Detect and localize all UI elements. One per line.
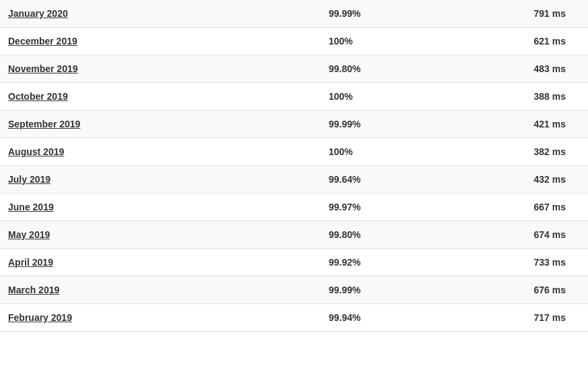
month-link[interactable]: August 2019	[8, 146, 64, 157]
uptime-value: 99.94%	[329, 312, 450, 323]
month-link[interactable]: October 2019	[8, 91, 68, 102]
response-time-value: 388 ms	[450, 91, 571, 102]
month-link[interactable]: January 2020	[8, 8, 68, 19]
table-row: July 201999.64%432 ms	[0, 166, 588, 194]
table-row: May 201999.80%674 ms	[0, 221, 588, 249]
uptime-value: 99.80%	[329, 229, 450, 240]
table-row: March 201999.99%676 ms	[0, 276, 588, 304]
table-row: April 201999.92%733 ms	[0, 249, 588, 276]
response-time-value: 382 ms	[450, 146, 571, 157]
table-row: October 2019100%388 ms	[0, 83, 588, 111]
uptime-value: 100%	[329, 36, 450, 47]
table-row: December 2019100%621 ms	[0, 28, 588, 55]
table-row: September 201999.99%421 ms	[0, 111, 588, 138]
month-link[interactable]: April 2019	[8, 257, 53, 268]
uptime-table: January 202099.99%791 msDecember 2019100…	[0, 0, 588, 383]
month-link[interactable]: May 2019	[8, 229, 50, 240]
uptime-value: 99.92%	[329, 257, 450, 268]
uptime-value: 99.99%	[329, 285, 450, 295]
month-link[interactable]: December 2019	[8, 36, 77, 47]
table-row: February 201999.94%717 ms	[0, 304, 588, 332]
uptime-value: 99.99%	[329, 8, 450, 19]
response-time-value: 432 ms	[450, 174, 571, 185]
uptime-value: 100%	[329, 146, 450, 157]
uptime-value: 99.80%	[329, 63, 450, 74]
uptime-value: 99.97%	[329, 202, 450, 212]
month-link[interactable]: February 2019	[8, 312, 72, 323]
response-time-value: 421 ms	[450, 119, 571, 129]
response-time-value: 667 ms	[450, 202, 571, 212]
response-time-value: 733 ms	[450, 257, 571, 268]
uptime-value: 99.64%	[329, 174, 450, 185]
response-time-value: 674 ms	[450, 229, 571, 240]
response-time-value: 483 ms	[450, 63, 571, 74]
uptime-value: 99.99%	[329, 119, 450, 129]
response-time-value: 717 ms	[450, 312, 571, 323]
month-link[interactable]: June 2019	[8, 202, 54, 212]
table-row: November 201999.80%483 ms	[0, 55, 588, 83]
table-row: January 202099.99%791 ms	[0, 0, 588, 28]
response-time-value: 791 ms	[450, 8, 571, 19]
response-time-value: 621 ms	[450, 36, 571, 47]
month-link[interactable]: March 2019	[8, 285, 59, 295]
month-link[interactable]: July 2019	[8, 174, 51, 185]
month-link[interactable]: November 2019	[8, 63, 78, 74]
uptime-value: 100%	[329, 91, 450, 102]
month-link[interactable]: September 2019	[8, 119, 80, 129]
table-row: August 2019100%382 ms	[0, 138, 588, 166]
table-row: June 201999.97%667 ms	[0, 194, 588, 221]
response-time-value: 676 ms	[450, 285, 571, 295]
